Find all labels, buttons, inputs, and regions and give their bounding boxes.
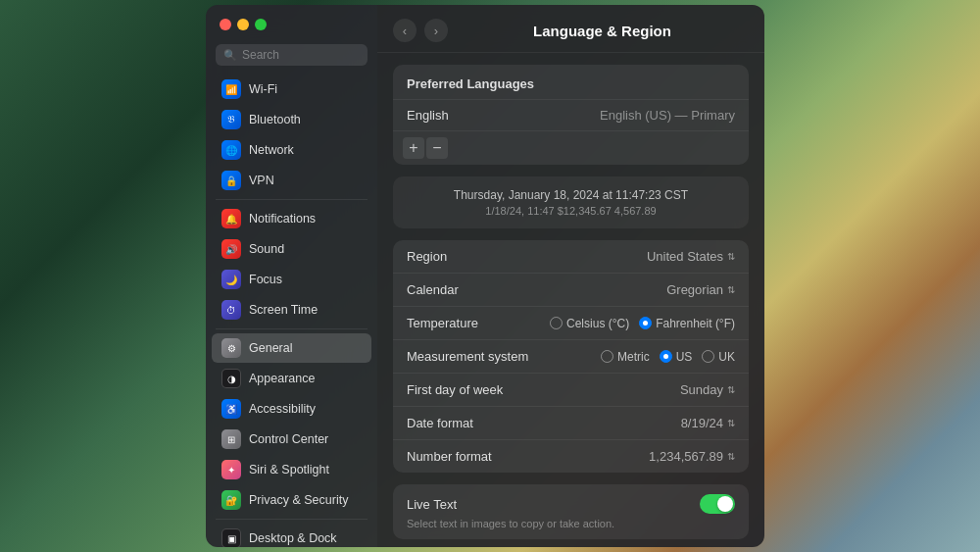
live-text-section: Live Text Select text in images to copy …	[393, 484, 749, 539]
dateformat-stepper: ⇅	[727, 418, 735, 428]
regional-settings-card: Region United States ⇅ Calendar Gregoria…	[393, 240, 749, 473]
firstday-label: First day of week	[407, 382, 503, 397]
sidebar-label-general: General	[249, 341, 292, 355]
sidebar-label-focus: Focus	[249, 273, 282, 286]
sidebar-label-controlcenter: Control Center	[249, 432, 328, 446]
numberformat-stepper: ⇅	[727, 451, 735, 462]
sidebar-item-desktop[interactable]: ▣ Desktop & Dock	[212, 524, 371, 547]
sidebar-label-wifi: Wi-Fi	[249, 82, 277, 96]
accessibility-icon: ♿	[221, 399, 241, 419]
search-input[interactable]: Search	[242, 48, 279, 62]
main-header: ‹ › Language & Region	[377, 5, 764, 53]
minimize-button[interactable]	[237, 19, 249, 30]
sidebar-item-controlcenter[interactable]: ⊞ Control Center	[212, 425, 371, 454]
region-value: United States ⇅	[647, 249, 735, 264]
network-icon: 🌐	[221, 140, 241, 160]
bluetooth-icon: 𝔅	[221, 110, 241, 129]
celsius-radio[interactable]	[550, 317, 563, 329]
sidebar-label-notifications: Notifications	[249, 212, 316, 226]
numberformat-value: 1,234,567.89 ⇅	[649, 449, 735, 464]
calendar-row[interactable]: Calendar Gregorian ⇅	[393, 274, 749, 307]
screentime-icon: ⏱	[221, 300, 241, 320]
sidebar-item-general[interactable]: ⚙ General	[212, 333, 371, 363]
sidebar-item-focus[interactable]: 🌙 Focus	[212, 265, 371, 294]
dateformat-row[interactable]: Date format 8/19/24 ⇅	[393, 407, 749, 440]
language-name: English	[407, 108, 449, 123]
dateformat-label: Date format	[407, 416, 473, 430]
sidebar-item-privacy[interactable]: 🔐 Privacy & Security	[212, 485, 371, 515]
sidebar-label-sound: Sound	[249, 242, 284, 256]
firstday-value: Sunday ⇅	[680, 382, 735, 397]
sidebar-item-bluetooth[interactable]: 𝔅 Bluetooth	[212, 105, 371, 134]
page-title: Language & Region	[456, 23, 749, 39]
preferred-languages-header: Preferred Languages	[393, 65, 749, 99]
measurement-metric[interactable]: Metric	[601, 350, 650, 364]
sidebar-label-privacy: Privacy & Security	[249, 493, 348, 507]
sidebar-item-sound[interactable]: 🔊 Sound	[212, 234, 371, 264]
search-icon: 🔍	[223, 49, 237, 62]
search-bar[interactable]: 🔍 Search	[216, 44, 368, 66]
temperature-row: Temperature Celsius (°C) Fahrenheit (°F)	[393, 307, 749, 340]
sound-icon: 🔊	[221, 239, 241, 259]
dateformat-value: 8/19/24 ⇅	[681, 416, 735, 430]
sidebar-item-network[interactable]: 🌐 Network	[212, 135, 371, 165]
divider-1	[216, 199, 368, 200]
measurement-row: Measurement system Metric US UK	[393, 340, 749, 374]
sidebar-label-accessibility: Accessibility	[249, 402, 316, 416]
sidebar-label-screentime: Screen Time	[249, 303, 318, 317]
remove-language-button[interactable]: −	[426, 137, 448, 159]
desktop-icon: ▣	[221, 528, 241, 547]
region-row[interactable]: Region United States ⇅	[393, 240, 749, 274]
calendar-stepper: ⇅	[727, 284, 735, 295]
sidebar-item-appearance[interactable]: ◑ Appearance	[212, 364, 371, 393]
back-button[interactable]: ‹	[393, 19, 416, 42]
preferred-languages-card: Preferred Languages English English (US)…	[393, 65, 749, 165]
live-text-subtitle: Select text in images to copy or take ac…	[393, 518, 749, 539]
numberformat-row[interactable]: Number format 1,234,567.89 ⇅	[393, 440, 749, 473]
calendar-label: Calendar	[407, 282, 459, 297]
forward-button[interactable]: ›	[424, 19, 448, 42]
measurement-us[interactable]: US	[660, 350, 693, 364]
calendar-value: Gregorian ⇅	[666, 282, 735, 297]
temperature-fahrenheit[interactable]: Fahrenheit (°F)	[639, 317, 735, 330]
metric-radio[interactable]	[601, 350, 613, 363]
appearance-icon: ◑	[221, 369, 241, 388]
notifications-icon: 🔔	[221, 209, 241, 228]
language-value: English (US) — Primary	[600, 108, 735, 123]
add-language-button[interactable]: +	[403, 137, 424, 159]
sidebar-item-screentime[interactable]: ⏱ Screen Time	[212, 295, 371, 325]
main-content: ‹ › Language & Region Preferred Language…	[377, 5, 764, 547]
temperature-radio-group: Celsius (°C) Fahrenheit (°F)	[550, 317, 735, 330]
live-text-toggle[interactable]	[700, 494, 735, 514]
language-row[interactable]: English English (US) — Primary	[393, 99, 749, 130]
sidebar-item-wifi[interactable]: 📶 Wi-Fi	[212, 75, 371, 104]
sidebar-item-vpn[interactable]: 🔒 VPN	[212, 166, 371, 195]
siri-icon: ✦	[221, 460, 241, 479]
fahrenheit-radio[interactable]	[639, 317, 652, 329]
sidebar-label-desktop: Desktop & Dock	[249, 531, 337, 545]
temperature-celsius[interactable]: Celsius (°C)	[550, 317, 629, 330]
sidebar-item-notifications[interactable]: 🔔 Notifications	[212, 204, 371, 233]
measurement-uk[interactable]: UK	[702, 350, 735, 364]
sidebar-label-siri: Siri & Spotlight	[249, 463, 329, 477]
sidebar-nav: 📶 Wi-Fi 𝔅 Bluetooth 🌐 Network 🔒 VPN 🔔 No…	[206, 74, 377, 547]
general-icon: ⚙	[221, 338, 241, 358]
uk-radio[interactable]	[702, 350, 714, 363]
privacy-icon: 🔐	[221, 490, 241, 510]
controlcenter-icon: ⊞	[221, 429, 241, 449]
lang-add-remove-bar: + −	[393, 130, 749, 165]
sidebar-item-siri[interactable]: ✦ Siri & Spotlight	[212, 455, 371, 484]
vpn-icon: 🔒	[221, 171, 241, 190]
date-preview-line2: 1/18/24, 11:47 $12,345.67 4,567.89	[407, 205, 735, 217]
sidebar-item-accessibility[interactable]: ♿ Accessibility	[212, 394, 371, 424]
us-radio[interactable]	[660, 350, 672, 363]
region-label: Region	[407, 249, 447, 264]
date-preview-line1: Thursday, January 18, 2024 at 11:47:23 C…	[407, 188, 735, 202]
maximize-button[interactable]	[255, 19, 267, 30]
sidebar-label-bluetooth: Bluetooth	[249, 113, 301, 126]
divider-3	[216, 519, 368, 520]
close-button[interactable]	[220, 19, 231, 30]
traffic-lights	[206, 5, 377, 40]
focus-icon: 🌙	[221, 270, 241, 289]
firstday-row[interactable]: First day of week Sunday ⇅	[393, 374, 749, 407]
